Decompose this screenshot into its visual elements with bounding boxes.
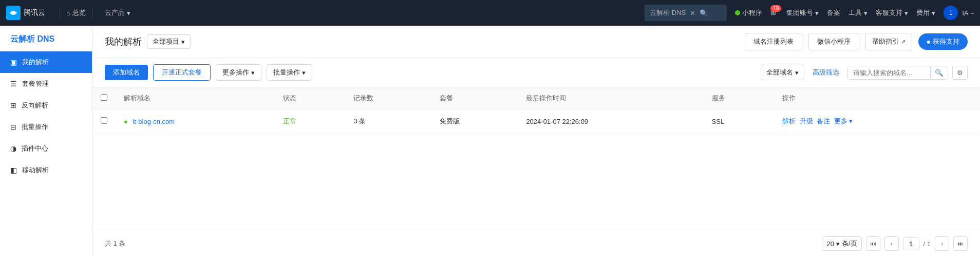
advanced-filter-button[interactable]: 高级筛选 [808, 65, 843, 80]
nav-beian[interactable]: 备案 [827, 8, 840, 17]
mini-app-status-dot [735, 10, 740, 15]
add-domain-button[interactable]: 添加域名 [105, 65, 148, 80]
select-all-cell [92, 87, 116, 109]
logo[interactable]: 腾讯云 [6, 6, 45, 20]
domain-search-input[interactable] [848, 66, 930, 79]
package-mgmt-icon: ☰ [10, 80, 17, 88]
select-all-checkbox[interactable] [101, 94, 107, 101]
project-selector[interactable]: 全部项目 ▾ [147, 34, 191, 49]
col-last-op: 最后操作时间 [518, 87, 703, 109]
external-link-icon: ↗ [901, 39, 906, 45]
action-more-link[interactable]: 更多 ▾ [834, 117, 853, 125]
domain-filter-chevron-icon: ▾ [795, 69, 799, 77]
batch-ops-chevron-icon: ▾ [302, 69, 306, 77]
service-cell: SSL [704, 109, 774, 134]
page-total-info: / 1 [924, 240, 931, 248]
total-count: 共 1 条 [105, 239, 125, 248]
main-content: 我的解析 全部项目 ▾ 域名注册列表 微信小程序 帮助指引 ↗ ● 获得支持 [92, 26, 980, 257]
col-status: 状态 [275, 87, 345, 109]
my-analysis-icon: ▣ [10, 58, 17, 66]
row-checkbox[interactable] [101, 117, 107, 124]
nav-tools[interactable]: 工具 ▾ [849, 8, 868, 17]
domain-search-box: 🔍 [847, 66, 948, 80]
sidebar-item-my-analysis[interactable]: ▣ 我的解析 [0, 51, 92, 73]
nav-home[interactable]: ⌂ 总览 [66, 8, 86, 17]
domain-filter-selector[interactable]: 全部域名 ▾ [761, 65, 804, 80]
nav-mini-app[interactable]: 小程序 [735, 8, 762, 17]
sidebar: 云解析 DNS ▣ 我的解析 ☰ 套餐管理 ⊞ 反向解析 ⊟ 批量操作 ◑ 插件… [0, 26, 92, 257]
main-header-left: 我的解析 全部项目 ▾ [105, 34, 191, 49]
sidebar-item-plugin-center[interactable]: ◑ 插件中心 [0, 138, 92, 159]
sidebar-item-mobile-analysis[interactable]: ◧ 移动解析 [0, 159, 92, 181]
domain-link[interactable]: it-blog-cn.com [133, 118, 175, 125]
pagination: 20 ▾ 条/页 ⏮ ‹ / 1 › ⏭ [822, 236, 968, 251]
nav-cloud[interactable]: 云产品 ▾ [105, 8, 130, 17]
sidebar-item-batch-ops[interactable]: ⊟ 批量操作 [0, 116, 92, 138]
table-body: ● it-blog-cn.com 正常 3 条 免费版 [92, 109, 980, 134]
col-actions: 操作 [774, 87, 980, 109]
nav-group-account[interactable]: 集团账号 ▾ [786, 8, 819, 17]
sidebar-item-package-mgmt[interactable]: ☰ 套餐管理 [0, 73, 92, 95]
action-resolve-link[interactable]: 解析 [782, 117, 796, 125]
nav-support[interactable]: 客服支持 ▾ [876, 8, 908, 17]
user-avatar[interactable]: 1 [944, 6, 958, 20]
table-row: ● it-blog-cn.com 正常 3 条 免费版 [92, 109, 980, 134]
col-package: 套餐 [431, 87, 518, 109]
svg-point-1 [12, 11, 15, 14]
main-header: 我的解析 全部项目 ▾ 域名注册列表 微信小程序 帮助指引 ↗ ● 获得支持 [92, 26, 980, 58]
sidebar-title: 云解析 DNS [0, 26, 92, 51]
nav-messages[interactable]: ✉ 19 [770, 9, 776, 17]
row-select-cell [92, 109, 116, 134]
ia-label[interactable]: IA ~ [962, 9, 974, 17]
reverse-analysis-icon: ⊞ [10, 101, 16, 109]
search-submit-icon[interactable]: 🔍 [700, 9, 708, 17]
prev-page-button[interactable]: ‹ [884, 236, 899, 251]
next-page-button[interactable]: › [935, 236, 949, 251]
get-support-button[interactable]: ● 获得支持 [918, 33, 968, 50]
plugin-center-icon: ◑ [10, 144, 16, 153]
project-selector-chevron-icon: ▾ [181, 38, 185, 46]
nav-cost[interactable]: 费用 ▾ [916, 8, 935, 17]
mobile-analysis-icon: ◧ [10, 166, 17, 174]
help-button[interactable]: 帮助指引 ↗ [865, 33, 912, 50]
search-clear-icon[interactable]: ✕ [690, 9, 695, 17]
nav-divider-1 [60, 8, 60, 18]
table-header: 解析域名 状态 记录数 套餐 最后操作时间 服务 操作 [92, 87, 980, 109]
batch-ops-button[interactable]: 批量操作 ▾ [267, 64, 312, 81]
records-cell: 3 条 [345, 109, 431, 134]
more-ops-chevron-icon: ▾ [251, 69, 255, 77]
action-note-link[interactable]: 备注 [817, 117, 830, 125]
top-nav: 腾讯云 ⌂ 总览 云产品 ▾ 云解析 DNS ✕ 🔍 小程序 ✉ 19 集团账号… [0, 0, 980, 26]
main-header-right: 域名注册列表 微信小程序 帮助指引 ↗ ● 获得支持 [745, 33, 968, 50]
action-upgrade-link[interactable]: 升级 [800, 117, 813, 125]
domains-table: 解析域名 状态 记录数 套餐 最后操作时间 服务 操作 [92, 87, 980, 134]
batch-ops-icon: ⊟ [10, 123, 16, 131]
toolbar: 添加域名 开通正式套餐 更多操作 ▾ 批量操作 ▾ 全部域名 ▾ 高级筛选 🔍 [92, 58, 980, 87]
first-page-button[interactable]: ⏮ [866, 236, 880, 251]
table-area: 解析域名 状态 记录数 套餐 最后操作时间 服务 操作 [92, 87, 980, 230]
top-search-box[interactable]: 云解析 DNS ✕ 🔍 [645, 5, 727, 21]
action-cell: 解析 升级 备注 更多 ▾ 域名健康检测 [774, 109, 980, 134]
sidebar-item-reverse-analysis[interactable]: ⊞ 反向解析 [0, 95, 92, 116]
domain-status-dot: ● [124, 118, 128, 125]
last-page-button[interactable]: ⏭ [953, 236, 968, 251]
page-size-selector[interactable]: 20 ▾ 条/页 [822, 236, 861, 251]
more-ops-button[interactable]: 更多操作 ▾ [216, 64, 261, 81]
nav-divider-2 [92, 8, 92, 18]
col-domain: 解析域名 [116, 87, 275, 109]
status-badge: 正常 [283, 117, 296, 125]
table-footer: 共 1 条 20 ▾ 条/页 ⏮ ‹ / 1 › ⏭ [92, 230, 980, 257]
domain-search-button[interactable]: 🔍 [930, 66, 948, 79]
activate-package-button[interactable]: 开通正式套餐 [153, 64, 211, 81]
table-settings-button[interactable]: ⚙ [952, 66, 968, 80]
page-title: 我的解析 [105, 35, 142, 48]
main-layout: 云解析 DNS ▣ 我的解析 ☰ 套餐管理 ⊞ 反向解析 ⊟ 批量操作 ◑ 插件… [0, 26, 980, 257]
mini-app-button[interactable]: 微信小程序 [808, 33, 859, 50]
status-cell: 正常 [275, 109, 345, 134]
message-badge: 19 [770, 5, 781, 12]
page-number-input[interactable] [903, 237, 919, 250]
domain-list-button[interactable]: 域名注册列表 [745, 33, 802, 50]
page-size-chevron-icon: ▾ [836, 240, 840, 248]
last-op-cell: 2024-01-07 22:26:09 [518, 109, 703, 134]
domain-cell: ● it-blog-cn.com [116, 109, 275, 134]
